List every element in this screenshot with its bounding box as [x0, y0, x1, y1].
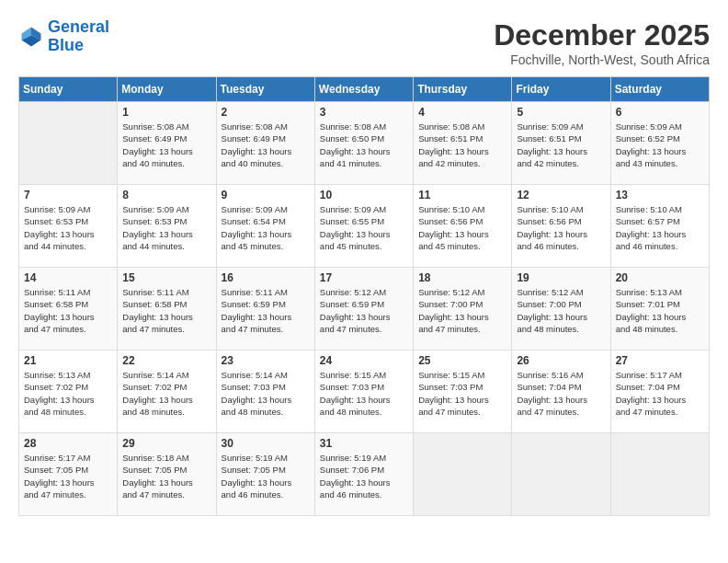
table-row: 15Sunrise: 5:11 AMSunset: 6:58 PMDayligh…: [118, 268, 216, 350]
logo-general: General: [48, 17, 109, 36]
calendar-week-row: 21Sunrise: 5:13 AMSunset: 7:02 PMDayligh…: [19, 350, 710, 433]
calendar-table: Sunday Monday Tuesday Wednesday Thursday…: [18, 76, 710, 516]
calendar-week-row: 1Sunrise: 5:08 AMSunset: 6:49 PMDaylight…: [19, 102, 710, 185]
day-number: 26: [517, 354, 605, 367]
day-number: 2: [222, 106, 310, 119]
day-info: Sunrise: 5:12 AMSunset: 7:00 PMDaylight:…: [418, 286, 506, 335]
table-row: 6Sunrise: 5:09 AMSunset: 6:52 PMDaylight…: [610, 102, 709, 185]
day-info: Sunrise: 5:09 AMSunset: 6:53 PMDaylight:…: [122, 203, 210, 252]
day-info: Sunrise: 5:11 AMSunset: 6:59 PMDaylight:…: [222, 286, 310, 335]
table-row: 25Sunrise: 5:15 AMSunset: 7:03 PMDayligh…: [414, 350, 512, 433]
calendar-week-row: 7Sunrise: 5:09 AMSunset: 6:53 PMDaylight…: [19, 185, 710, 268]
day-info: Sunrise: 5:15 AMSunset: 7:03 PMDaylight:…: [418, 369, 506, 418]
day-info: Sunrise: 5:13 AMSunset: 7:02 PMDaylight:…: [24, 369, 112, 418]
day-info: Sunrise: 5:08 AMSunset: 6:50 PMDaylight:…: [320, 121, 408, 169]
table-row: 2Sunrise: 5:08 AMSunset: 6:49 PMDaylight…: [216, 102, 314, 185]
col-thursday: Thursday: [414, 77, 512, 102]
day-number: 14: [24, 271, 112, 284]
day-number: 18: [418, 271, 506, 284]
day-number: 29: [122, 437, 210, 450]
logo-blue: Blue: [48, 36, 84, 54]
table-row: 31Sunrise: 5:19 AMSunset: 7:06 PMDayligh…: [314, 433, 413, 516]
day-info: Sunrise: 5:14 AMSunset: 7:02 PMDaylight:…: [122, 369, 210, 418]
day-number: 19: [517, 271, 605, 284]
day-info: Sunrise: 5:10 AMSunset: 6:57 PMDaylight:…: [616, 203, 704, 252]
day-number: 9: [222, 189, 310, 201]
day-info: Sunrise: 5:11 AMSunset: 6:58 PMDaylight:…: [122, 286, 210, 335]
table-row: 4Sunrise: 5:08 AMSunset: 6:51 PMDaylight…: [414, 102, 512, 185]
day-info: Sunrise: 5:13 AMSunset: 7:01 PMDaylight:…: [616, 286, 704, 335]
day-number: 22: [122, 354, 210, 367]
table-row: 20Sunrise: 5:13 AMSunset: 7:01 PMDayligh…: [610, 268, 709, 350]
table-row: 16Sunrise: 5:11 AMSunset: 6:59 PMDayligh…: [216, 268, 314, 350]
table-row: 19Sunrise: 5:12 AMSunset: 7:00 PMDayligh…: [512, 268, 610, 350]
day-info: Sunrise: 5:12 AMSunset: 7:00 PMDaylight:…: [517, 286, 605, 335]
day-info: Sunrise: 5:10 AMSunset: 6:56 PMDaylight:…: [517, 203, 605, 252]
day-info: Sunrise: 5:14 AMSunset: 7:03 PMDaylight:…: [222, 369, 310, 418]
day-number: 20: [616, 271, 704, 284]
table-row: 3Sunrise: 5:08 AMSunset: 6:50 PMDaylight…: [314, 102, 413, 185]
day-info: Sunrise: 5:17 AMSunset: 7:04 PMDaylight:…: [616, 369, 704, 418]
col-wednesday: Wednesday: [314, 77, 413, 102]
page-header: General Blue December 2025 Fochville, No…: [18, 18, 710, 67]
day-info: Sunrise: 5:09 AMSunset: 6:52 PMDaylight:…: [616, 121, 704, 169]
day-number: 25: [418, 354, 506, 367]
day-info: Sunrise: 5:09 AMSunset: 6:55 PMDaylight:…: [320, 203, 408, 252]
col-saturday: Saturday: [610, 77, 709, 102]
table-row: 7Sunrise: 5:09 AMSunset: 6:53 PMDaylight…: [19, 185, 118, 268]
day-number: 17: [320, 271, 408, 284]
day-number: 5: [517, 106, 605, 119]
day-number: 1: [122, 106, 210, 119]
day-info: Sunrise: 5:08 AMSunset: 6:49 PMDaylight:…: [122, 121, 210, 169]
day-number: 16: [222, 271, 310, 284]
day-info: Sunrise: 5:16 AMSunset: 7:04 PMDaylight:…: [517, 369, 605, 418]
day-number: 21: [24, 354, 112, 367]
day-info: Sunrise: 5:08 AMSunset: 6:49 PMDaylight:…: [222, 121, 310, 169]
day-number: 15: [122, 271, 210, 284]
day-number: 6: [616, 106, 704, 119]
table-row: 29Sunrise: 5:18 AMSunset: 7:05 PMDayligh…: [118, 433, 216, 516]
logo: General Blue: [18, 18, 109, 55]
day-info: Sunrise: 5:15 AMSunset: 7:03 PMDaylight:…: [320, 369, 408, 418]
day-number: 28: [24, 437, 112, 450]
table-row: 28Sunrise: 5:17 AMSunset: 7:05 PMDayligh…: [19, 433, 118, 516]
day-number: 13: [616, 189, 704, 201]
table-row: 18Sunrise: 5:12 AMSunset: 7:00 PMDayligh…: [414, 268, 512, 350]
calendar-week-row: 28Sunrise: 5:17 AMSunset: 7:05 PMDayligh…: [19, 433, 710, 516]
table-row: 5Sunrise: 5:09 AMSunset: 6:51 PMDaylight…: [512, 102, 610, 185]
logo-icon: [18, 24, 44, 50]
table-row: 13Sunrise: 5:10 AMSunset: 6:57 PMDayligh…: [610, 185, 709, 268]
title-area: December 2025 Fochville, North-West, Sou…: [494, 18, 710, 67]
table-row: [610, 433, 709, 516]
day-number: 7: [24, 189, 112, 201]
table-row: 14Sunrise: 5:11 AMSunset: 6:58 PMDayligh…: [19, 268, 118, 350]
table-row: 21Sunrise: 5:13 AMSunset: 7:02 PMDayligh…: [19, 350, 118, 433]
day-number: 23: [222, 354, 310, 367]
day-info: Sunrise: 5:11 AMSunset: 6:58 PMDaylight:…: [24, 286, 112, 335]
location-subtitle: Fochville, North-West, South Africa: [494, 52, 710, 67]
day-number: 4: [418, 106, 506, 119]
calendar-week-row: 14Sunrise: 5:11 AMSunset: 6:58 PMDayligh…: [19, 268, 710, 350]
table-row: 30Sunrise: 5:19 AMSunset: 7:05 PMDayligh…: [216, 433, 314, 516]
day-number: 30: [222, 437, 310, 450]
logo-text: General Blue: [48, 18, 109, 55]
table-row: [19, 102, 118, 185]
day-info: Sunrise: 5:08 AMSunset: 6:51 PMDaylight:…: [418, 121, 506, 169]
day-number: 12: [517, 189, 605, 201]
calendar-header-row: Sunday Monday Tuesday Wednesday Thursday…: [19, 77, 710, 102]
table-row: 1Sunrise: 5:08 AMSunset: 6:49 PMDaylight…: [118, 102, 216, 185]
day-number: 11: [418, 189, 506, 201]
day-info: Sunrise: 5:09 AMSunset: 6:51 PMDaylight:…: [517, 121, 605, 169]
day-info: Sunrise: 5:19 AMSunset: 7:05 PMDaylight:…: [222, 452, 310, 500]
table-row: 27Sunrise: 5:17 AMSunset: 7:04 PMDayligh…: [610, 350, 709, 433]
day-info: Sunrise: 5:09 AMSunset: 6:54 PMDaylight:…: [222, 203, 310, 252]
table-row: 9Sunrise: 5:09 AMSunset: 6:54 PMDaylight…: [216, 185, 314, 268]
day-number: 31: [320, 437, 408, 450]
day-number: 24: [320, 354, 408, 367]
day-info: Sunrise: 5:17 AMSunset: 7:05 PMDaylight:…: [24, 452, 112, 500]
day-info: Sunrise: 5:18 AMSunset: 7:05 PMDaylight:…: [122, 452, 210, 500]
col-sunday: Sunday: [19, 77, 118, 102]
day-number: 8: [122, 189, 210, 201]
day-info: Sunrise: 5:10 AMSunset: 6:56 PMDaylight:…: [418, 203, 506, 252]
table-row: 12Sunrise: 5:10 AMSunset: 6:56 PMDayligh…: [512, 185, 610, 268]
